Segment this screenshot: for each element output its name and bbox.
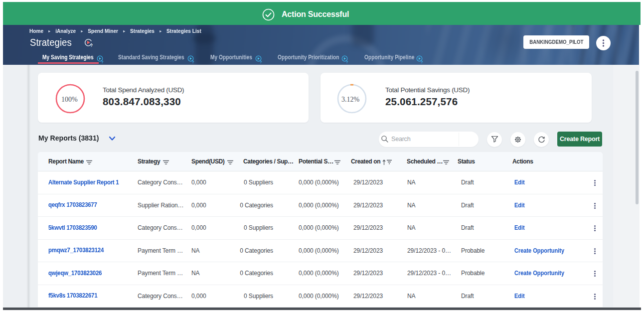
svg-text:?: ? <box>90 43 93 48</box>
svg-text:?: ? <box>260 60 262 64</box>
svg-text:?: ? <box>346 60 348 64</box>
svg-text:?: ? <box>192 60 194 64</box>
svg-text:?: ? <box>421 60 423 64</box>
svg-text:?: ? <box>101 60 104 64</box>
